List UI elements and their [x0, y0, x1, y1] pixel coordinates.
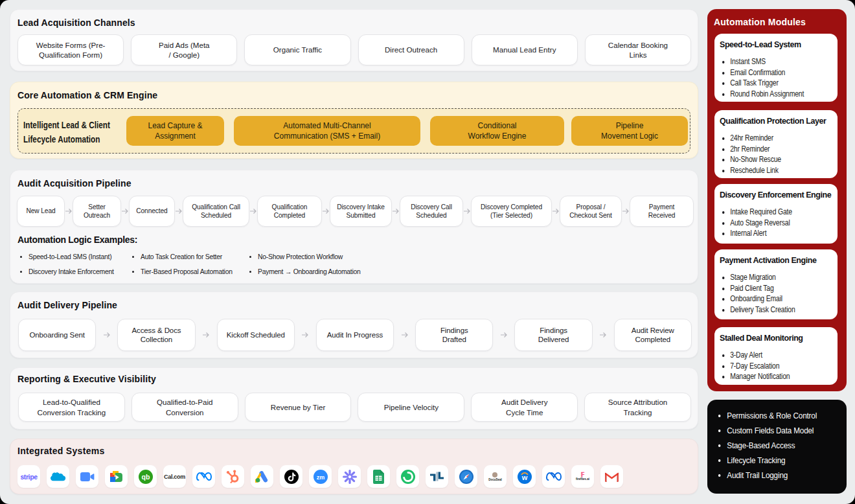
svg-text:zm: zm [316, 474, 325, 480]
svg-text:qb: qb [141, 473, 150, 481]
